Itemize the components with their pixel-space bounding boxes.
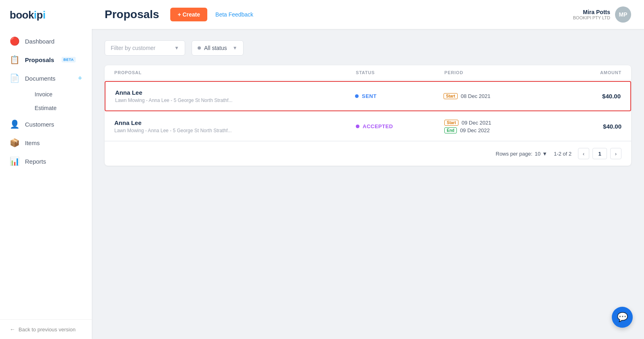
end-badge: End (444, 127, 457, 133)
proposal-info: Anna Lee Lawn Mowing - Anna Lee - 5 Geor… (115, 89, 355, 103)
period-start-row: Start 08 Dec 2021 (444, 93, 548, 99)
sidebar-item-label: Items (25, 139, 40, 146)
items-icon: 📦 (10, 138, 19, 148)
sidebar-item-dashboard[interactable]: 🔴 Dashboard (0, 32, 92, 50)
rows-per-page-select[interactable]: 10 ▼ (535, 151, 547, 157)
beta-feedback-link[interactable]: Beta Feedback (215, 11, 253, 18)
back-label: Back to previous version (19, 327, 76, 333)
logo-text: bookipi (10, 9, 45, 21)
status-cell: SENT (355, 93, 444, 99)
period-end-date: 09 Dec 2022 (460, 127, 490, 133)
content-area: Filter by customer ▼ All status ▼ PROPOS… (92, 29, 644, 339)
sidebar-item-items[interactable]: 📦 Items (0, 133, 92, 152)
add-document-button[interactable]: + (78, 74, 82, 83)
table-row[interactable]: Anna Lee Lawn Mowing - Anna Lee - 5 Geor… (105, 112, 631, 141)
status-filter[interactable]: All status ▼ (192, 40, 244, 56)
sidebar-sub-invoice: Invoice Estimate (0, 87, 92, 115)
user-name: Mira Potts (573, 9, 610, 15)
proposal-description: Lawn Mowing - Anna Lee - 5 George St Nor… (114, 128, 356, 133)
start-badge: Start (444, 120, 458, 126)
page-range: 1-2 of 2 (554, 151, 572, 157)
customers-icon: 👤 (10, 119, 19, 129)
reports-icon: 📊 (10, 156, 19, 166)
amount-cell: $40.00 (549, 123, 621, 130)
avatar-initials: MP (619, 11, 627, 18)
status-label: SENT (362, 93, 377, 99)
pagination: Rows per page: 10 ▼ 1-2 of 2 ‹ 1 › (105, 141, 631, 166)
logo[interactable]: bookipi (0, 0, 92, 29)
amount-cell: $40.00 (548, 93, 621, 100)
proposal-name: Anna Lee (114, 119, 356, 126)
avatar[interactable]: MP (615, 6, 631, 23)
sidebar-item-label: Dashboard (25, 38, 54, 45)
chevron-down-icon: ▼ (233, 45, 237, 51)
period-end-row: End 09 Dec 2022 (444, 127, 549, 133)
page-navigation: ‹ 1 › (578, 148, 621, 159)
period-start-date: 09 Dec 2021 (462, 120, 491, 126)
proposal-name: Anna Lee (115, 89, 355, 96)
current-page: 1 (592, 148, 607, 159)
table-header: PROPOSAL STATUS PERIOD AMOUNT (105, 65, 631, 80)
sidebar-item-invoice[interactable]: Invoice (25, 87, 92, 101)
rows-per-page-value: 10 (535, 151, 541, 157)
col-period: PERIOD (444, 70, 549, 75)
sidebar-item-label: Customers (25, 121, 54, 128)
beta-feedback-label: Beta Feedback (215, 11, 253, 18)
sidebar-item-label: Reports (25, 158, 46, 165)
sidebar-item-label: Proposals (25, 56, 54, 63)
sidebar-item-customers[interactable]: 👤 Customers (0, 115, 92, 133)
sidebar-item-label: Documents (25, 75, 56, 82)
sidebar-item-reports[interactable]: 📊 Reports (0, 152, 92, 171)
filters-bar: Filter by customer ▼ All status ▼ (105, 40, 631, 56)
user-details: Mira Potts BOOKIPI PTY LTD (573, 9, 610, 20)
topbar: Proposals + Create Beta Feedback Mira Po… (92, 0, 644, 29)
beta-badge: BETA (62, 57, 76, 62)
period-cell: Start 09 Dec 2021 End 09 Dec 2022 (444, 120, 549, 133)
sidebar-item-documents[interactable]: 📄 Documents + (0, 69, 92, 87)
status-cell: ACCEPTED (356, 123, 444, 129)
status-indicator-icon (355, 94, 359, 98)
status-filter-text: All status (204, 45, 227, 51)
proposal-info: Anna Lee Lawn Mowing - Anna Lee - 5 Geor… (114, 119, 356, 133)
proposal-description: Lawn Mowing - Anna Lee - 5 George St Nor… (115, 98, 355, 103)
create-button-label: + Create (178, 11, 200, 18)
chat-button[interactable]: 💬 (612, 307, 633, 328)
main-content: Proposals + Create Beta Feedback Mira Po… (92, 0, 644, 339)
proposals-table: PROPOSAL STATUS PERIOD AMOUNT Anna Lee L… (105, 65, 631, 166)
back-to-previous[interactable]: ← Back to previous version (0, 319, 92, 339)
col-proposal: PROPOSAL (114, 70, 356, 75)
sidebar-item-proposals[interactable]: 📋 Proposals BETA (0, 50, 92, 69)
customer-filter-text: Filter by customer (111, 45, 171, 51)
back-arrow-icon: ← (10, 326, 15, 333)
period-start-date: 08 Dec 2021 (461, 93, 491, 99)
status-indicator-icon (356, 125, 359, 128)
chevron-down-icon: ▼ (174, 45, 179, 51)
documents-icon: 📄 (10, 73, 19, 83)
sidebar-item-estimate[interactable]: Estimate (25, 101, 92, 115)
status-dot-icon (198, 46, 201, 50)
dashboard-icon: 🔴 (10, 36, 19, 46)
col-amount: AMOUNT (549, 70, 621, 75)
period-start-row: Start 09 Dec 2021 (444, 120, 549, 126)
period-cell: Start 08 Dec 2021 (444, 93, 548, 99)
start-badge: Start (444, 93, 458, 99)
proposals-icon: 📋 (10, 55, 19, 64)
customer-filter[interactable]: Filter by customer ▼ (105, 40, 185, 56)
chat-icon: 💬 (617, 312, 628, 322)
sidebar: bookipi 🔴 Dashboard 📋 Proposals BETA 📄 D… (0, 0, 92, 339)
next-page-button[interactable]: › (610, 148, 621, 159)
user-company: BOOKIPI PTY LTD (573, 15, 610, 20)
status-label: ACCEPTED (363, 123, 393, 129)
user-info: Mira Potts BOOKIPI PTY LTD MP (573, 6, 631, 23)
rows-per-page: Rows per page: 10 ▼ (496, 151, 547, 157)
rows-per-page-label: Rows per page: (496, 151, 533, 157)
col-status: STATUS (356, 70, 444, 75)
page-title: Proposals (105, 8, 159, 21)
sidebar-nav: 🔴 Dashboard 📋 Proposals BETA 📄 Documents… (0, 29, 92, 319)
create-button[interactable]: + Create (170, 8, 207, 21)
prev-page-button[interactable]: ‹ (578, 148, 589, 159)
table-row[interactable]: Anna Lee Lawn Mowing - Anna Lee - 5 Geor… (105, 81, 631, 111)
chevron-down-icon: ▼ (542, 151, 547, 157)
